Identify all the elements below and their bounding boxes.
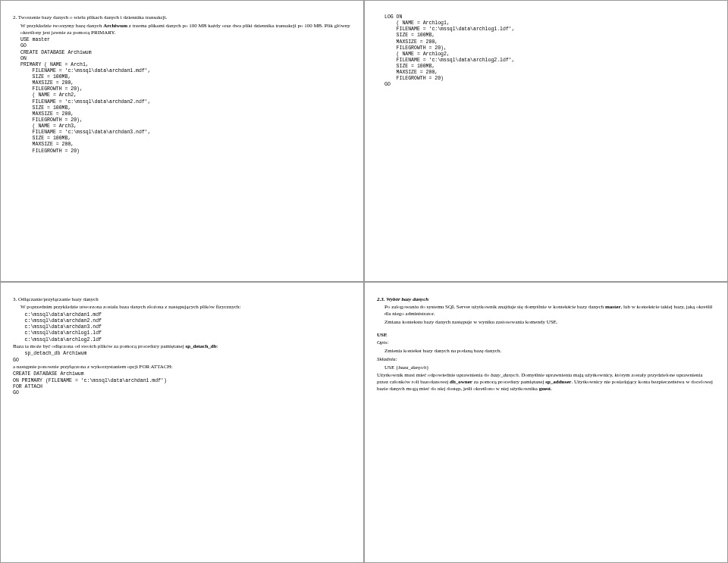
use-keyword: USE	[377, 332, 715, 339]
permissions-text: Użytkownik musi mieć odpowiednie uprawni…	[377, 372, 715, 392]
heading-2: 2. Tworzenie bazy danych o wielu plikach…	[13, 14, 351, 21]
login-context: Po zalogowaniu do systemu SQL Server uży…	[377, 304, 715, 317]
code-attach: CREATE DATABASE Archiwum ON PRIMARY (FIL…	[13, 371, 351, 396]
opis-label: Opis:	[377, 339, 715, 346]
heading-3: 3. Odłączanie/przyłączanie bazy danych	[13, 296, 351, 303]
detach-intro: W poprzednim przykładzie utworzona zosta…	[13, 304, 351, 311]
page-top-right: LOG ON ( NAME = Archlog1, FILENAME = 'c:…	[364, 0, 728, 282]
page-bottom-right: 2.3. Wybór bazy danych Po zalogowaniu do…	[364, 282, 728, 564]
code-detach: sp_detach_db Archiwum GO	[13, 351, 351, 363]
section-heading: 2.3. Wybór bazy danych	[377, 296, 715, 303]
use-note: Zmiana kontekstu bazy danych następuje w…	[377, 319, 715, 326]
opis-text: Zmienia kontekst bazy danych na podaną b…	[377, 348, 715, 355]
skladnia-text: USE {baza_danych}	[377, 364, 715, 371]
code-create-db: USE master GO CREATE DATABASE Archiwum O…	[13, 37, 351, 154]
intro-paragraph: W przykładzie tworzymy bazę danych Archi…	[13, 23, 351, 36]
detach-desc: Baza ta może być odłączona od swoich pli…	[13, 343, 351, 350]
page-bottom-left: 3. Odłączanie/przyłączanie bazy danych W…	[0, 282, 364, 564]
code-log-on: LOG ON ( NAME = Archlog1, FILENAME = 'c:…	[377, 14, 715, 89]
skladnia-label: Składnia:	[377, 356, 715, 363]
file-list: c:\mssql\data\archdan1.mdf c:\mssql\data…	[13, 312, 351, 343]
attach-desc: a następnie ponownie przyłączona z wykor…	[13, 364, 351, 371]
page-top-left: 2. Tworzenie bazy danych o wielu plikach…	[0, 0, 364, 282]
